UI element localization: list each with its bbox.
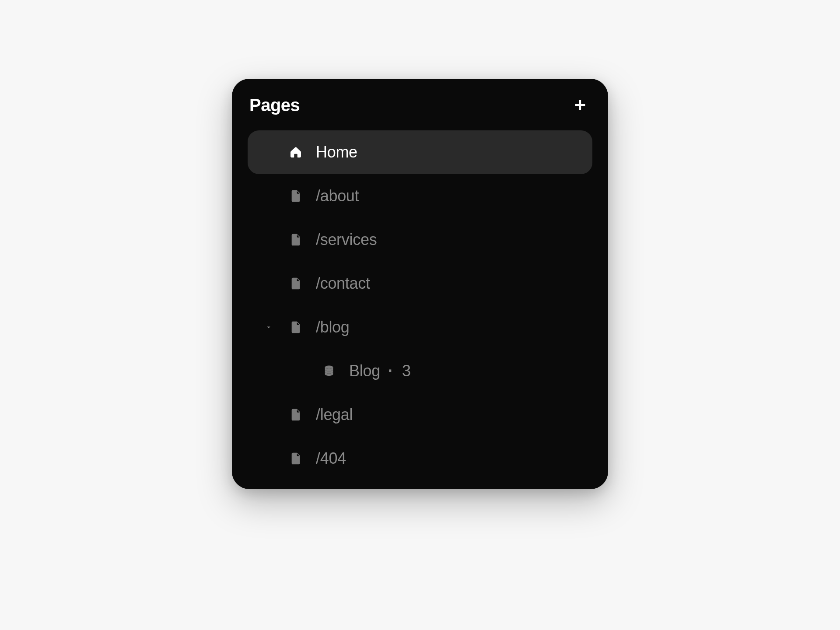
page-label: /legal (316, 406, 353, 424)
page-list: Home /about /services (248, 130, 592, 480)
database-icon (321, 363, 337, 379)
page-item-home[interactable]: Home (248, 130, 592, 174)
panel-title: Pages (249, 95, 300, 115)
file-icon (288, 451, 304, 466)
separator-dot: · (388, 363, 392, 379)
file-icon (288, 319, 304, 335)
file-icon (288, 276, 304, 291)
page-count: 3 (402, 362, 411, 380)
page-label: Blog (349, 362, 380, 380)
panel-header: Pages (248, 94, 592, 130)
svg-point-2 (325, 366, 333, 369)
file-icon (288, 407, 304, 423)
page-item-404[interactable]: /404 (248, 437, 592, 480)
page-item-about[interactable]: /about (248, 174, 592, 218)
page-item-services[interactable]: /services (248, 218, 592, 262)
page-item-blog-collection[interactable]: Blog · 3 (248, 349, 592, 393)
file-icon (288, 188, 304, 204)
home-icon (288, 144, 304, 160)
page-label: /blog (316, 318, 350, 336)
page-label: /404 (316, 449, 346, 468)
page-item-contact[interactable]: /contact (248, 262, 592, 305)
pages-panel: Pages Home /about (232, 79, 608, 489)
page-item-legal[interactable]: /legal (248, 393, 592, 437)
page-label: /services (316, 231, 377, 249)
plus-icon (573, 98, 588, 112)
page-item-blog[interactable]: /blog (248, 305, 592, 349)
page-label: /about (316, 187, 359, 205)
chevron-down-icon[interactable] (263, 322, 274, 332)
file-icon (288, 232, 304, 248)
page-label: Home (316, 143, 357, 161)
page-label: /contact (316, 274, 370, 293)
add-page-button[interactable] (570, 94, 591, 116)
